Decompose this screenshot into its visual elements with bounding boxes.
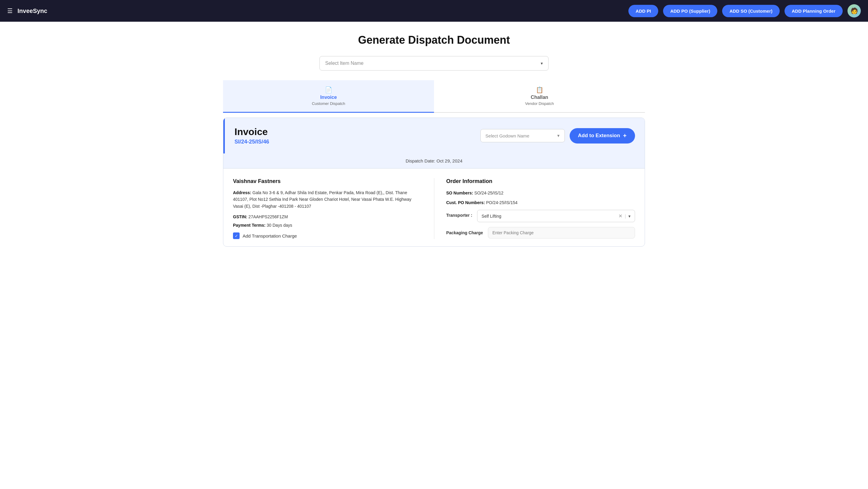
invoice-header-right: Select Godown Name ▾ Add to Extension + xyxy=(480,128,635,144)
add-transport-label: Add Transportation Charge xyxy=(243,233,297,239)
transporter-chevron-icon: ▾ xyxy=(628,214,630,219)
invoice-tab-subtitle: Customer Dispatch xyxy=(312,101,345,106)
gstin-block: GSTIN: 27AAHPS2256F1ZM xyxy=(233,214,422,219)
company-name: Vaishnav Fastners xyxy=(233,178,422,184)
add-so-button[interactable]: ADD SO (Customer) xyxy=(722,5,780,17)
so-numbers-value: SO/24-25/IS/12 xyxy=(474,190,504,195)
invoice-title: Invoice xyxy=(235,126,269,137)
chevron-down-icon: ▾ xyxy=(541,61,543,66)
order-info-title: Order Information xyxy=(446,178,635,184)
avatar[interactable]: 🧑 xyxy=(847,4,861,18)
invoice-card: Invoice SI/24-25/IS/46 Select Godown Nam… xyxy=(223,118,645,247)
divider: | xyxy=(625,214,626,219)
invoice-tab-icon: 📄 xyxy=(325,86,333,93)
plus-icon: + xyxy=(623,132,627,139)
gstin-value: 27AAHPS2256F1ZM xyxy=(248,214,288,219)
main-content: Generate Dispatch Document Select Item N… xyxy=(0,22,868,489)
transporter-value: Self Lifting xyxy=(482,214,501,219)
tab-invoice[interactable]: 📄 Invoice Customer Dispatch xyxy=(223,80,434,113)
address-block: Address: Gala No 3-6 & 9, Adhar Shila In… xyxy=(233,189,422,210)
packaging-label: Packaging Charge xyxy=(446,230,483,235)
invoice-right: Order Information SO Numbers: SO/24-25/I… xyxy=(434,178,635,239)
item-select-placeholder: Select Item Name xyxy=(325,61,364,66)
transporter-actions: ✕ | ▾ xyxy=(618,213,630,219)
invoice-number: SI/24-25/IS/46 xyxy=(235,139,269,145)
brand-name: InveeSync xyxy=(18,7,47,14)
challan-tab-title: Challan xyxy=(531,95,548,100)
add-transport-checkbox[interactable]: ✓ xyxy=(233,233,240,239)
godown-select-dropdown[interactable]: Select Godown Name ▾ xyxy=(480,129,565,142)
godown-placeholder: Select Godown Name xyxy=(486,133,530,139)
godown-chevron-icon: ▾ xyxy=(557,133,560,139)
cust-po-row: Cust. PO Numbers: PO/24-25/IS/154 xyxy=(446,200,635,205)
invoice-left: Vaishnav Fastners Address: Gala No 3-6 &… xyxy=(233,178,434,239)
so-numbers-label: SO Numbers: xyxy=(446,190,473,195)
payment-terms: Payment Terms: 30 Days days xyxy=(233,223,422,227)
dispatch-date: Dispatch Date: Oct 29, 2024 xyxy=(223,153,645,169)
payment-terms-label: Payment Terms: xyxy=(233,223,266,227)
so-numbers-row: SO Numbers: SO/24-25/IS/12 xyxy=(446,190,635,195)
clear-transporter-button[interactable]: ✕ xyxy=(618,213,622,219)
item-select-dropdown[interactable]: Select Item Name ▾ xyxy=(319,56,549,70)
page-title: Generate Dispatch Document xyxy=(223,34,645,47)
add-po-button[interactable]: ADD PO (Supplier) xyxy=(663,5,718,17)
invoice-body: Vaishnav Fastners Address: Gala No 3-6 &… xyxy=(223,169,645,246)
transporter-select[interactable]: Self Lifting ✕ | ▾ xyxy=(477,210,635,222)
add-transport-row: ✓ Add Transportation Charge xyxy=(233,233,422,239)
cust-po-label: Cust. PO Numbers: xyxy=(446,200,485,205)
add-extension-button[interactable]: Add to Extension + xyxy=(569,128,635,144)
packaging-row: Packaging Charge xyxy=(446,227,635,239)
payment-terms-value: 30 Days days xyxy=(267,223,292,227)
add-extension-label: Add to Extension xyxy=(578,133,620,139)
address-label: Address: xyxy=(233,190,251,195)
item-select-wrapper: Select Item Name ▾ xyxy=(319,56,549,70)
gstin-label: GSTIN: xyxy=(233,214,247,219)
add-pi-button[interactable]: ADD PI xyxy=(628,5,658,17)
challan-tab-icon: 📋 xyxy=(536,86,544,93)
invoice-title-block: Invoice SI/24-25/IS/46 xyxy=(235,126,269,145)
tabs-container: 📄 Invoice Customer Dispatch 📋 Challan Ve… xyxy=(223,80,645,113)
packaging-input[interactable] xyxy=(488,227,635,239)
challan-tab-subtitle: Vendor Dispatch xyxy=(525,101,554,106)
invoice-tab-title: Invoice xyxy=(320,95,337,100)
hamburger-icon[interactable]: ☰ xyxy=(7,7,13,14)
address-value: Gala No 3-6 & 9, Adhar Shila Ind Estate,… xyxy=(233,190,411,209)
navbar: ☰ InveeSync ADD PI ADD PO (Supplier) ADD… xyxy=(0,0,868,22)
transporter-label: Transporter : xyxy=(446,213,472,218)
add-planning-button[interactable]: ADD Planning Order xyxy=(784,5,843,17)
invoice-header: Invoice SI/24-25/IS/46 Select Godown Nam… xyxy=(223,118,645,153)
cust-po-value: PO/24-25/IS/154 xyxy=(486,200,518,205)
tab-challan[interactable]: 📋 Challan Vendor Dispatch xyxy=(434,80,645,113)
transporter-row: Transporter : Self Lifting ✕ | ▾ xyxy=(446,210,635,222)
